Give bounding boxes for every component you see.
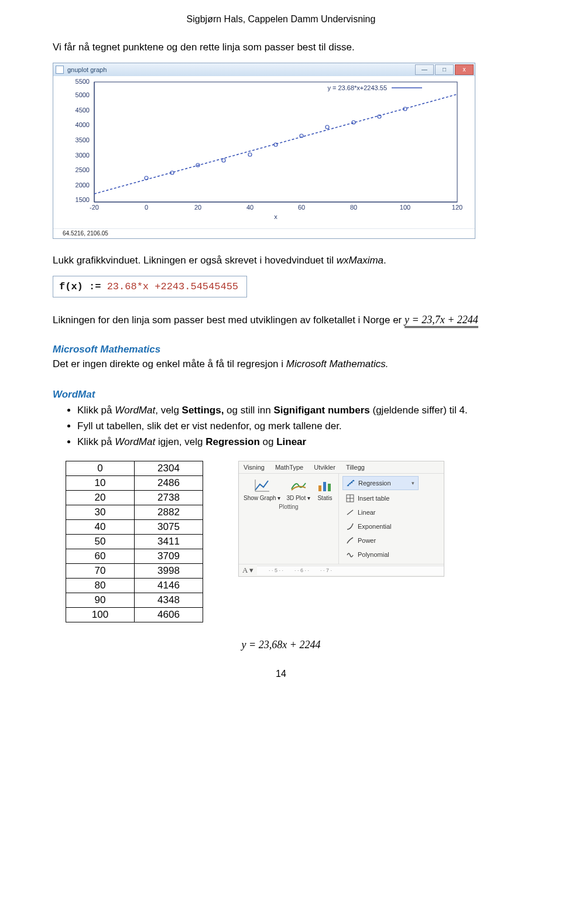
svg-text:2500: 2500 [76,166,90,173]
page-number: 14 [53,669,509,679]
table-row: 02304 [66,461,203,475]
svg-text:4000: 4000 [76,121,90,128]
maximize-button[interactable]: □ [435,64,454,75]
table-row: 1004606 [66,607,203,622]
table-icon [346,494,354,502]
gnuplot-window: gnuplot graph — □ x 1500 2000 2500 3000 [53,63,475,239]
exponential-icon [346,522,354,531]
power-icon [346,536,354,545]
window-titlebar[interactable]: gnuplot graph — □ x [53,63,475,76]
ribbon-tab[interactable]: Utvikler [314,464,335,471]
result-equation: y = 23,68x + 2244 [53,639,509,651]
svg-text:60: 60 [298,204,305,211]
chart-area: 1500 2000 2500 3000 3500 4000 4500 5000 … [53,76,475,228]
3d-plot-button[interactable]: 3D Plot ▾ [286,477,310,501]
intro-text: Vi får nå tegnet punktene og den rette l… [53,41,509,54]
table-row: 603709 [66,549,203,563]
list-item: Klikk på WordMat, velg Settings, og stil… [77,404,509,417]
menu-insert-table[interactable]: Insert table [342,491,419,505]
chevron-down-icon: ▾ [307,495,310,501]
code-output: f(x) := 23.68*x +2243.54545455 [53,276,247,297]
table-row: 904348 [66,593,203,607]
word-ribbon: Visning MathType Utvikler Tillegg Show G… [238,461,444,577]
svg-text:0: 0 [145,204,148,211]
polynomial-icon [346,550,354,559]
regression-dropdown[interactable]: Regression ▾ [342,476,419,490]
bar-chart-icon [316,477,334,494]
data-table: 0230410248620273830288240307550341160370… [66,461,203,622]
svg-line-47 [347,510,353,515]
ribbon-tab[interactable]: MathType [275,464,303,471]
statistics-button[interactable]: Statis [316,477,334,501]
equation-paragraph: Likningen for den linja som passer best … [53,314,509,326]
svg-text:3000: 3000 [76,152,90,159]
svg-rect-37 [323,482,326,491]
page-header: Sigbjørn Hals, Cappelen Damm Undervisnin… [53,14,509,25]
app-icon [56,66,64,74]
ms-mathematics-heading: Microsoft Mathematics [53,344,509,355]
table-row: 804146 [66,578,203,593]
svg-text:20: 20 [194,204,201,211]
svg-text:3500: 3500 [76,136,90,143]
svg-text:1500: 1500 [76,196,90,203]
table-row: 403075 [66,519,203,534]
table-row: 102486 [66,475,203,490]
chevron-down-icon: ▾ [412,480,414,486]
svg-text:5500: 5500 [76,78,90,85]
ribbon-tab[interactable]: Visning [244,464,265,471]
menu-power[interactable]: Power [342,533,419,547]
table-row: 703998 [66,563,203,578]
window-title: gnuplot graph [67,66,107,73]
close-button[interactable]: x [455,64,474,75]
svg-point-40 [348,484,349,486]
svg-text:40: 40 [246,204,253,211]
ruler: · · 5 · · · · 6 · · · · 7 · [257,566,444,575]
equation-formula: y = 23,7x + 2244 [405,314,478,328]
linear-icon [346,508,354,516]
wordmat-heading: WordMat [53,389,509,401]
svg-text:80: 80 [350,204,357,211]
svg-text:120: 120 [452,204,462,211]
wordmat-instructions: Klikk på WordMat, velg Settings, og stil… [53,404,509,449]
svg-point-41 [349,482,351,484]
ribbon-tab[interactable]: Tillegg [346,464,365,471]
chevron-down-icon: ▾ [277,495,280,501]
show-graph-button[interactable]: Show Graph ▾ [244,477,280,501]
font-dropdown[interactable]: A ▾ [239,564,257,576]
ms-mathematics-text: Det er ingen direkte og enkel måte å få … [53,358,509,371]
table-row: 302882 [66,505,203,519]
surface-3d-icon [290,477,307,494]
ribbon-group-label: Plotting [244,504,334,510]
svg-text:4500: 4500 [76,107,90,114]
svg-point-43 [353,480,355,481]
svg-rect-36 [318,485,321,491]
chart-line-icon [253,477,271,494]
list-item: Fyll ut tabellen, slik det er vist neden… [77,420,509,433]
svg-text:5000: 5000 [76,91,90,98]
menu-polynomial[interactable]: Polynomial [342,547,419,562]
svg-text:-20: -20 [90,204,99,211]
svg-text:2000: 2000 [76,182,90,189]
table-row: 202738 [66,490,203,505]
menu-linear[interactable]: Linear [342,505,419,519]
svg-rect-0 [94,82,457,202]
menu-exponential[interactable]: Exponential [342,519,419,533]
svg-text:100: 100 [400,204,410,211]
regression-icon [347,479,355,487]
minimize-button[interactable]: — [415,64,434,75]
svg-text:x: x [274,213,277,220]
svg-rect-38 [328,484,331,491]
after-plot-text: Lukk grafikkvinduet. Likningen er også s… [53,254,509,268]
svg-point-42 [351,481,353,483]
plot-statusbar: 64.5216, 2106.05 [53,228,475,238]
table-row: 503411 [66,534,203,549]
chart-legend-text: y = 23.68*x+2243.55 [327,84,387,91]
list-item: Klikk på WordMat igjen, velg Regression … [77,436,509,449]
